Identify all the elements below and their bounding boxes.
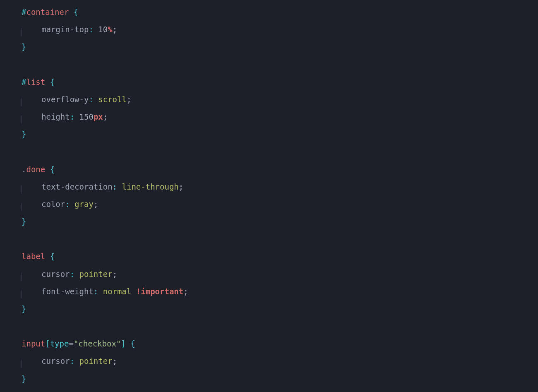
- bracket-open: [: [45, 339, 50, 348]
- colon-token: :: [113, 182, 117, 191]
- colon-token: :: [70, 112, 74, 121]
- code-line: }: [22, 370, 538, 387]
- hash-token: #: [22, 77, 26, 87]
- brace-close: }: [22, 130, 26, 139]
- property-token: color: [41, 200, 65, 209]
- code-line: }: [22, 38, 538, 55]
- code-line: height: 150px;: [22, 108, 538, 125]
- code-line: }: [22, 300, 538, 317]
- code-line: #container {: [22, 3, 538, 21]
- selector-token: container: [26, 7, 69, 17]
- tag-token: input: [22, 339, 45, 348]
- code-line: label {: [22, 248, 538, 265]
- hash-token: #: [22, 7, 26, 17]
- blank-line: [22, 143, 538, 160]
- code-line: input[type="checkbox"] {: [22, 335, 538, 352]
- value-token: gray: [74, 200, 94, 209]
- number-token: 10: [98, 25, 108, 34]
- property-token: text-decoration: [41, 182, 113, 191]
- code-line: }: [22, 213, 538, 230]
- code-line: .done {: [22, 161, 538, 178]
- property-token: font-weight: [41, 287, 94, 296]
- colon-token: :: [65, 200, 70, 209]
- class-token: done: [26, 165, 45, 174]
- semicolon-token: ;: [113, 356, 117, 366]
- tag-token: label: [22, 252, 45, 261]
- code-line: text-decoration: line-through;: [22, 178, 538, 195]
- property-token: height: [41, 112, 70, 121]
- value-token: pointer: [79, 356, 113, 366]
- value-token: scroll: [98, 95, 127, 104]
- number-token: 150: [79, 112, 94, 121]
- dot-token: .: [22, 165, 26, 174]
- code-line: overflow-y: scroll;: [22, 91, 538, 108]
- code-editor[interactable]: #container { margin-top: 10%; } #list { …: [0, 0, 538, 392]
- code-line: font-weight: normal !important;: [22, 283, 538, 300]
- semicolon-token: ;: [113, 25, 117, 34]
- blank-line: [22, 317, 538, 335]
- value-token: line-through: [122, 182, 179, 191]
- bracket-close: ]: [121, 339, 125, 348]
- value-token: pointer: [79, 269, 113, 279]
- semicolon-token: ;: [94, 200, 98, 209]
- property-token: cursor: [41, 356, 70, 366]
- colon-token: :: [94, 287, 98, 296]
- colon-token: :: [70, 356, 74, 366]
- code-line: margin-top: 10%;: [22, 21, 538, 38]
- brace-open: {: [74, 7, 78, 17]
- attr-token: type: [50, 339, 69, 348]
- brace-close: }: [22, 304, 26, 313]
- brace-open: {: [130, 339, 135, 348]
- brace-open: {: [50, 77, 55, 87]
- colon-token: :: [89, 25, 93, 34]
- code-line: cursor: pointer;: [22, 265, 538, 283]
- semicolon-token: ;: [113, 269, 117, 279]
- colon-token: :: [89, 95, 93, 104]
- blank-line: [22, 56, 538, 73]
- code-line: cursor: pointer;: [22, 352, 538, 370]
- equals-token: =: [69, 339, 73, 348]
- value-token: normal: [103, 287, 132, 296]
- string-token: "checkbox": [74, 339, 121, 348]
- brace-close: }: [22, 42, 26, 51]
- code-line: color: gray;: [22, 195, 538, 213]
- brace-close: }: [22, 374, 26, 383]
- semicolon-token: ;: [179, 182, 183, 191]
- property-token: margin-top: [41, 25, 89, 34]
- important-token: !important: [136, 287, 183, 296]
- brace-close: }: [22, 217, 26, 226]
- semicolon-token: ;: [103, 112, 108, 121]
- property-token: cursor: [41, 269, 70, 279]
- brace-open: {: [50, 165, 55, 174]
- unit-token: %: [108, 25, 112, 34]
- semicolon-token: ;: [127, 95, 131, 104]
- selector-token: list: [26, 77, 45, 87]
- property-token: overflow-y: [41, 95, 89, 104]
- code-line: #list {: [22, 73, 538, 91]
- blank-line: [22, 230, 538, 248]
- code-line: }: [22, 125, 538, 143]
- semicolon-token: ;: [183, 287, 188, 296]
- unit-token: px: [94, 112, 103, 121]
- colon-token: :: [70, 269, 74, 279]
- brace-open: {: [50, 252, 55, 261]
